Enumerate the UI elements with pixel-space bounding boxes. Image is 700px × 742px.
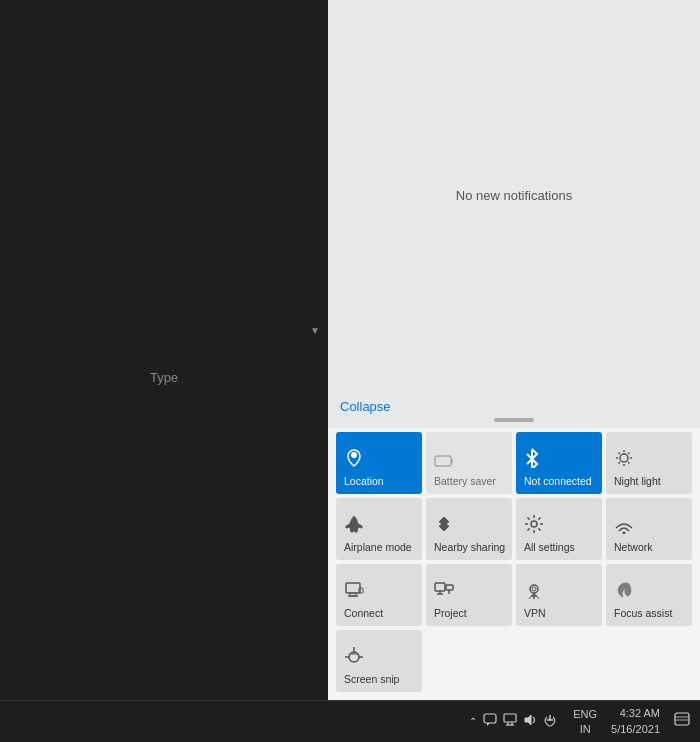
svg-point-25	[532, 587, 536, 591]
screen-snip-label: Screen snip	[344, 673, 399, 686]
tile-night-light[interactable]: Night light	[606, 432, 692, 494]
left-panel	[0, 0, 328, 700]
taskbar-clock[interactable]: 4:32 AM 5/16/2021	[605, 706, 666, 737]
connect-label: Connect	[344, 607, 383, 620]
taskbar-notification-icon[interactable]	[670, 712, 694, 732]
night-light-label: Night light	[614, 475, 661, 488]
svg-rect-3	[451, 459, 453, 463]
tile-vpn[interactable]: VPN	[516, 564, 602, 626]
network-icon	[614, 514, 634, 537]
dropdown-arrow-icon[interactable]: ▼	[310, 325, 320, 336]
taskbar: ⌃	[0, 700, 700, 742]
taskbar-system-icons: ⌃	[461, 713, 565, 730]
svg-rect-2	[435, 456, 451, 466]
system-tray-expand-icon[interactable]: ⌃	[469, 716, 477, 727]
svg-line-12	[619, 463, 620, 464]
nearby-sharing-icon	[434, 514, 454, 537]
network-label: Network	[614, 541, 653, 554]
svg-rect-15	[346, 583, 360, 593]
focus-assist-label: Focus assist	[614, 607, 672, 620]
taskbar-right-section: ⌃	[461, 701, 694, 742]
screen-snip-icon	[344, 646, 364, 669]
svg-rect-30	[484, 714, 496, 723]
nearby-sharing-label: Nearby sharing	[434, 541, 505, 554]
focus-assist-icon	[614, 580, 634, 603]
vpn-label: VPN	[524, 607, 546, 620]
qa-tile-empty-3	[606, 630, 692, 692]
scroll-indicator	[494, 418, 534, 422]
tile-network[interactable]: Network	[606, 498, 692, 560]
tile-screen-snip[interactable]: Screen snip	[336, 630, 422, 692]
svg-point-24	[530, 585, 538, 593]
svg-line-10	[628, 463, 629, 464]
svg-rect-31	[504, 714, 516, 722]
svg-rect-22	[446, 585, 453, 590]
taskbar-time-text: 4:32 AM	[611, 706, 660, 721]
taskbar-language-indicator[interactable]: ENGIN	[569, 707, 601, 736]
type-text: Type	[150, 370, 178, 385]
taskbar-lang-text: ENGIN	[573, 708, 597, 734]
all-settings-icon	[524, 514, 544, 537]
quick-actions-grid: Location Battery saver Not connecte	[336, 432, 692, 692]
svg-point-14	[623, 532, 626, 535]
not-connected-label: Not connected	[524, 475, 592, 488]
type-label: Type	[0, 370, 328, 385]
all-settings-label: All settings	[524, 541, 575, 554]
no-notifications-text: No new notifications	[456, 188, 572, 203]
taskbar-date-text: 5/16/2021	[611, 722, 660, 737]
tile-airplane-mode[interactable]: Airplane mode	[336, 498, 422, 560]
location-label: Location	[344, 475, 384, 488]
quick-actions-panel: Location Battery saver Not connecte	[328, 428, 700, 700]
airplane-mode-label: Airplane mode	[344, 541, 412, 554]
tile-connect[interactable]: Connect	[336, 564, 422, 626]
project-icon	[434, 580, 454, 603]
bluetooth-icon	[524, 448, 540, 471]
tile-project[interactable]: Project	[426, 564, 512, 626]
connect-icon	[344, 580, 364, 603]
taskbar-volume-icon[interactable]	[523, 713, 537, 730]
battery-saver-label: Battery saver	[434, 475, 496, 488]
tile-not-connected[interactable]: Not connected	[516, 432, 602, 494]
location-icon	[344, 448, 364, 471]
taskbar-chat-icon[interactable]	[483, 713, 497, 730]
taskbar-power-icon[interactable]	[543, 713, 557, 730]
collapse-button[interactable]: Collapse	[340, 399, 391, 414]
notification-area: No new notifications	[328, 0, 700, 391]
airplane-mode-icon	[344, 514, 364, 537]
svg-rect-35	[675, 713, 689, 725]
project-label: Project	[434, 607, 467, 620]
svg-point-1	[352, 454, 356, 458]
tile-nearby-sharing[interactable]: Nearby sharing	[426, 498, 512, 560]
notification-panel: No new notifications ↖ Collapse Location	[328, 0, 700, 700]
svg-point-4	[620, 454, 628, 462]
svg-rect-19	[435, 583, 445, 591]
night-light-icon	[614, 448, 634, 471]
tile-all-settings[interactable]: All settings	[516, 498, 602, 560]
svg-line-9	[619, 453, 620, 454]
svg-point-13	[531, 521, 537, 527]
taskbar-display-icon[interactable]	[503, 713, 517, 730]
vpn-icon	[524, 580, 544, 603]
tile-location[interactable]: Location	[336, 432, 422, 494]
tile-battery-saver[interactable]: Battery saver	[426, 432, 512, 494]
battery-saver-icon	[434, 453, 454, 471]
qa-tile-empty-2	[516, 630, 602, 692]
collapse-bar: Collapse	[328, 391, 700, 418]
svg-line-11	[628, 453, 629, 454]
qa-tile-empty-1	[426, 630, 512, 692]
tile-focus-assist[interactable]: Focus assist	[606, 564, 692, 626]
